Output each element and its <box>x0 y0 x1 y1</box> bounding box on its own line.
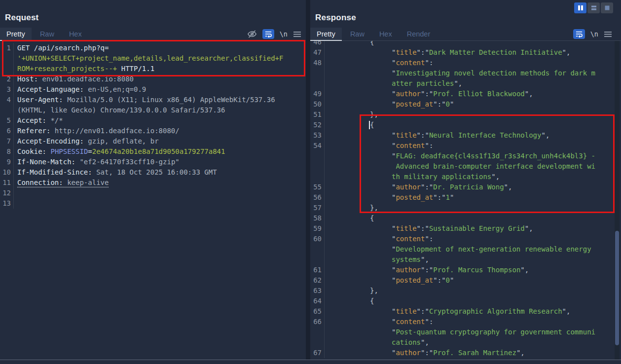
line-number: 46 <box>310 41 325 47</box>
line-number: 50 <box>310 99 325 109</box>
line-number: 57 <box>310 203 325 213</box>
tab-render[interactable]: Render <box>401 28 437 40</box>
code-line: 60"content": <box>310 234 621 244</box>
code-line: 53"title":"Neural Interface Technology", <box>310 130 621 141</box>
request-header: Request <box>0 0 306 28</box>
code-line: 67"author":"Prof. Sarah Martinez", <box>310 348 621 358</box>
code-line: 1GET /api/search.php?q= <box>0 43 306 53</box>
request-editor-menu-button[interactable] <box>293 31 301 37</box>
eye-slash-icon <box>247 30 257 38</box>
code-line: 52{ <box>310 120 621 130</box>
code-line: th military applications", <box>310 172 621 182</box>
code-line: 4User-Agent: Mozilla/5.0 (X11; Linux x86… <box>0 95 306 105</box>
request-panel: Request PrettyRawHex <box>0 0 306 360</box>
layout-tabs-button[interactable] <box>601 2 613 13</box>
tab-hex[interactable]: Hex <box>63 28 88 40</box>
code-line: 12 <box>0 188 306 198</box>
line-number <box>0 105 14 115</box>
code-line: 64{ <box>310 296 621 306</box>
code-line: 46{ <box>310 41 621 47</box>
line-number <box>310 255 325 265</box>
code-line: 57}, <box>310 203 621 213</box>
word-wrap-toggle[interactable] <box>573 29 585 39</box>
code-line: 55"author":"Dr. Patricia Wong", <box>310 182 621 192</box>
response-editor[interactable]: 46{47"title":"Dark Matter Detection Init… <box>310 41 621 360</box>
code-line: 51}, <box>310 109 621 120</box>
text-cursor <box>369 121 370 129</box>
line-number: 62 <box>310 275 325 286</box>
code-line: ROM+research_projects--+ HTTP/1.1 <box>0 64 306 74</box>
line-number <box>310 244 325 255</box>
line-number: 56 <box>310 192 325 203</box>
single-pane-layout-icon <box>604 5 610 11</box>
eye-off-toggle[interactable] <box>247 30 257 38</box>
line-number: 48 <box>310 58 325 68</box>
layout-button-group <box>574 2 613 13</box>
line-number: 2 <box>0 74 14 84</box>
line-number: 58 <box>310 213 325 223</box>
tab-raw[interactable]: Raw <box>34 28 61 40</box>
code-line: 13 <box>0 198 306 209</box>
line-number: 10 <box>0 167 14 178</box>
line-number: 47 <box>310 47 325 58</box>
show-newlines-toggle[interactable]: \n <box>590 30 598 38</box>
tab-pretty[interactable]: Pretty <box>310 28 342 40</box>
code-line: systems", <box>310 255 621 265</box>
line-number: 52 <box>310 120 325 130</box>
code-line: 66"content": <box>310 317 621 327</box>
code-line: 8Cookie: PHPSESSID=2e4674a20b1e8a71d9050… <box>0 146 306 157</box>
response-scrollbar-thumb[interactable] <box>615 231 619 345</box>
hamburger-menu-icon <box>293 31 301 37</box>
code-line: 65"title":"Cryptographic Algorithm Resea… <box>310 306 621 317</box>
line-number: 53 <box>310 130 325 141</box>
code-line: "Post-quantum cryptography for governmen… <box>310 327 621 337</box>
line-number: 11 <box>0 178 14 188</box>
line-number: 8 <box>0 146 14 157</box>
line-number: 13 <box>0 198 14 209</box>
code-line: 3Accept-Language: en-US,en;q=0.9 <box>0 84 306 95</box>
show-newlines-toggle[interactable]: \n <box>280 30 288 38</box>
request-editor[interactable]: 1GET /api/search.php?q='+UNION+SELECT+pr… <box>0 41 306 360</box>
code-line: 54"content": <box>310 141 621 151</box>
panel-splitter[interactable] <box>306 0 310 360</box>
tab-pretty[interactable]: Pretty <box>0 28 32 40</box>
code-line: atter particles", <box>310 78 621 89</box>
line-number: 65 <box>310 306 325 317</box>
line-number <box>310 337 325 348</box>
line-number: 63 <box>310 286 325 296</box>
hamburger-menu-icon <box>604 31 612 37</box>
line-number: 59 <box>310 223 325 234</box>
line-number <box>310 172 325 182</box>
code-line: 9If-None-Match: "ef2-64170f33cff10-gzip" <box>0 157 306 167</box>
burp-message-editor: Request PrettyRawHex <box>0 0 621 364</box>
word-wrap-toggle[interactable] <box>262 29 274 39</box>
layout-side-by-side-button[interactable] <box>574 2 586 13</box>
tab-hex[interactable]: Hex <box>373 28 399 40</box>
response-panel: Response PrettyRawHexRender \n <box>310 0 621 360</box>
response-title: Response <box>315 13 356 23</box>
tab-raw[interactable]: Raw <box>344 28 371 40</box>
rows-layout-icon <box>591 5 597 11</box>
code-line: '+UNION+SELECT+project_name,details,lead… <box>0 53 306 64</box>
code-line: 6Referer: http://env01.deadface.io:8080/ <box>0 126 306 136</box>
line-number: 5 <box>0 115 14 126</box>
code-line: 2Host: env01.deadface.io:8080 <box>0 74 306 84</box>
word-wrap-icon <box>575 31 583 37</box>
newline-icon: \n <box>280 30 288 38</box>
request-title: Request <box>5 13 38 23</box>
code-line: 49"author":"Prof. Elliot Blackwood", <box>310 89 621 99</box>
line-number: 61 <box>310 265 325 275</box>
line-number: 1 <box>0 43 14 53</box>
request-tabbar: PrettyRawHex <box>0 28 306 41</box>
line-number <box>310 327 325 337</box>
line-number: 67 <box>310 348 325 358</box>
code-line: 59"title":"Sustainable Energy Grid", <box>310 223 621 234</box>
response-editor-menu-button[interactable] <box>604 31 612 37</box>
code-line: 10If-Modified-Since: Sat, 18 Oct 2025 16… <box>0 167 306 178</box>
code-line: Advanced brain-computer interface develo… <box>310 161 621 172</box>
layout-stacked-button[interactable] <box>587 2 600 13</box>
response-tabbar: PrettyRawHexRender \n <box>310 28 621 41</box>
code-line: "Development of next-generation renewabl… <box>310 244 621 255</box>
code-line: 61"author":"Prof. Marcus Thompson", <box>310 265 621 275</box>
newline-icon: \n <box>590 30 598 38</box>
